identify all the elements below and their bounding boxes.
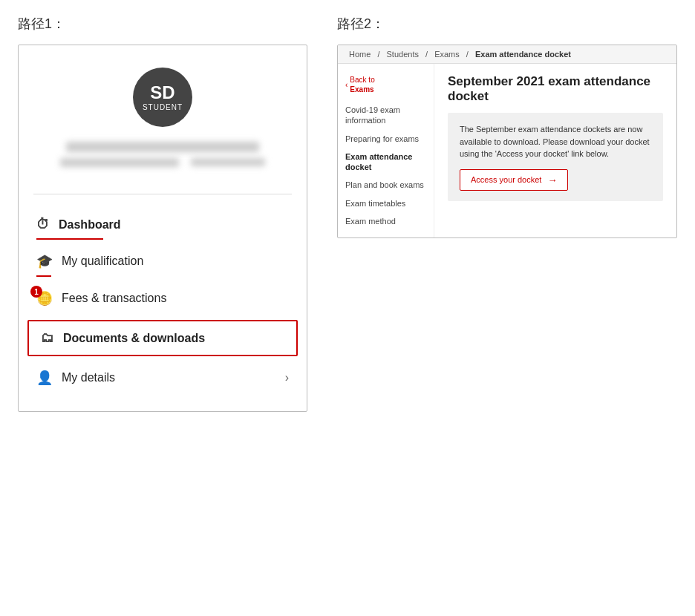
exam-page-title: September 2021 exam attendance docket xyxy=(448,74,663,104)
nav-dashboard-label: Dashboard xyxy=(59,218,289,232)
info-box: The September exam attendance dockets ar… xyxy=(448,113,663,201)
back-section-text: Exams xyxy=(350,85,374,94)
breadcrumb-current: Exam attendance docket xyxy=(475,50,571,59)
path2-label: 路径2： xyxy=(337,16,385,31)
blur-info-bar-2 xyxy=(191,158,265,166)
sidebar-nav-covid[interactable]: Covid-19 exam information xyxy=(338,101,434,130)
left-panel: SD STUDENT ⏱ Dashboard 🎓 My qualific xyxy=(18,45,307,412)
browser-body: ‹ Back to Exams Covid-19 exam informatio… xyxy=(338,64,676,237)
access-docket-button[interactable]: Access your docket → xyxy=(460,169,568,191)
profile-blurred-info xyxy=(33,142,292,167)
breadcrumb-sep-2: / xyxy=(425,50,428,59)
nav-item-qualification[interactable]: 🎓 My qualification xyxy=(19,243,307,280)
access-btn-arrow: → xyxy=(547,174,557,186)
nav-fees-label: Fees & transactions xyxy=(62,292,289,305)
details-icon: 👤 xyxy=(36,370,53,386)
sidebar-nav-preparing[interactable]: Preparing for exams xyxy=(338,130,434,148)
info-box-text: The September exam attendance dockets ar… xyxy=(460,123,651,160)
nav-docs-label: Documents & downloads xyxy=(63,332,284,345)
browser-breadcrumb: Home / Students / Exams / Exam attendanc… xyxy=(338,45,676,64)
nav-details-label: My details xyxy=(62,371,276,384)
blur-name-bar xyxy=(66,142,259,152)
path1-label: 路径1： xyxy=(18,16,65,31)
blur-info-bar-1 xyxy=(60,158,179,167)
avatar: SD STUDENT xyxy=(133,68,192,127)
profile-divider xyxy=(33,194,292,194)
avatar-subtitle: STUDENT xyxy=(143,103,183,111)
path1-header: 路径1： xyxy=(18,15,307,33)
breadcrumb-students[interactable]: Students xyxy=(387,50,419,59)
dashboard-icon: ⏱ xyxy=(36,217,50,232)
back-link[interactable]: ‹ Back to Exams xyxy=(338,71,434,98)
browser-mockup: Home / Students / Exams / Exam attendanc… xyxy=(337,45,677,238)
breadcrumb-sep-3: / xyxy=(466,50,469,59)
back-label-text: Back to xyxy=(350,75,374,85)
sidebar-nav-method[interactable]: Exam method xyxy=(338,212,434,230)
sidebar-nav-docket[interactable]: Exam attendance docket xyxy=(338,148,434,177)
details-chevron: › xyxy=(285,371,289,384)
nav-list: ⏱ Dashboard 🎓 My qualification 🪙 1 Fees … xyxy=(19,206,307,396)
fees-icon: 🪙 1 xyxy=(36,290,53,307)
nav-item-fees[interactable]: 🪙 1 Fees & transactions xyxy=(19,280,307,317)
right-panel: Home / Students / Exams / Exam attendanc… xyxy=(337,45,677,238)
blur-row-1 xyxy=(60,158,265,167)
nav-item-documents[interactable]: 🗂 Documents & downloads xyxy=(27,320,298,356)
documents-icon: 🗂 xyxy=(41,330,54,346)
browser-main-content: September 2021 exam attendance docket Th… xyxy=(434,64,676,237)
breadcrumb-exams[interactable]: Exams xyxy=(434,50,460,59)
nav-item-details[interactable]: 👤 My details › xyxy=(19,359,307,396)
access-btn-label: Access your docket xyxy=(471,175,541,184)
sidebar-nav-plan[interactable]: Plan and book exams xyxy=(338,176,434,194)
nav-qualification-label: My qualification xyxy=(62,255,289,268)
profile-section: SD STUDENT xyxy=(19,45,307,182)
main-content: SD STUDENT ⏱ Dashboard 🎓 My qualific xyxy=(18,45,677,412)
avatar-initials: SD xyxy=(150,83,174,102)
breadcrumb-home[interactable]: Home xyxy=(349,50,371,59)
nav-item-dashboard[interactable]: ⏱ Dashboard xyxy=(19,206,307,243)
path2-header: 路径2： xyxy=(337,15,385,33)
breadcrumb-sep-1: / xyxy=(377,50,379,59)
sidebar-nav-timetables[interactable]: Exam timetables xyxy=(338,194,434,212)
back-arrow: ‹ xyxy=(345,80,348,90)
browser-sidebar: ‹ Back to Exams Covid-19 exam informatio… xyxy=(338,64,434,237)
back-label: Back to Exams xyxy=(350,75,374,94)
fees-badge: 1 xyxy=(30,286,42,298)
qualification-icon: 🎓 xyxy=(36,253,53,269)
page-headers: 路径1： 路径2： xyxy=(18,15,677,33)
